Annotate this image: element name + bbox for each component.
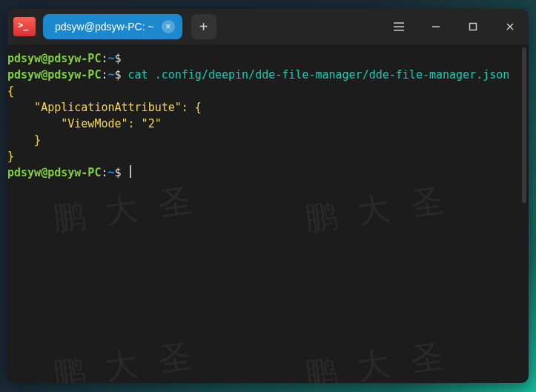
output-line: } bbox=[7, 148, 529, 165]
window-controls bbox=[380, 9, 529, 44]
close-button[interactable] bbox=[492, 9, 529, 44]
prompt-line: pdsyw@pdsyw-PC:~$ bbox=[7, 165, 529, 181]
maximize-button[interactable] bbox=[454, 9, 492, 44]
prompt-cwd: ~ bbox=[107, 52, 114, 65]
command-text: cat .config/deepin/dde-file-manager/dde-… bbox=[128, 68, 510, 82]
scrollbar-thumb[interactable] bbox=[522, 47, 526, 203]
prompt-line: pdsyw@pdsyw-PC:~$ bbox=[7, 50, 529, 67]
tab-title: pdsyw@pdsyw-PC: ~ bbox=[55, 21, 154, 33]
new-tab-button[interactable]: + bbox=[191, 14, 216, 39]
text-cursor bbox=[130, 165, 131, 178]
prompt-userhost: pdsyw@pdsyw-PC bbox=[7, 68, 101, 82]
output-line: { bbox=[7, 83, 529, 99]
output-line: } bbox=[7, 132, 529, 148]
watermark: 鹏大圣 bbox=[304, 345, 465, 383]
prompt-userhost: pdsyw@pdsyw-PC bbox=[7, 166, 101, 179]
prompt-userhost: pdsyw@pdsyw-PC bbox=[7, 52, 101, 65]
app-icon bbox=[13, 17, 36, 36]
menu-button[interactable] bbox=[380, 9, 417, 44]
prompt-cwd: ~ bbox=[107, 68, 114, 82]
prompt-symbol: $ bbox=[115, 68, 122, 82]
prompt-symbol: $ bbox=[115, 166, 122, 179]
tab-close-button[interactable]: × bbox=[162, 20, 175, 33]
terminal-body[interactable]: 鹏大圣 鹏大圣 鹏大圣 鹏大圣 pdsyw@pdsyw-PC:~$ pdsyw@… bbox=[7, 44, 529, 383]
output-line: "ApplicationAttribute": { bbox=[7, 99, 529, 116]
prompt-line: pdsyw@pdsyw-PC:~$ cat .config/deepin/dde… bbox=[7, 67, 529, 83]
terminal-window: pdsyw@pdsyw-PC: ~ × + 鹏大圣 鹏大圣 鹏大圣 鹏大圣 pd… bbox=[7, 9, 529, 383]
watermark: 鹏大圣 bbox=[304, 189, 465, 227]
output-line: "ViewMode": "2" bbox=[7, 116, 529, 132]
watermark: 鹏大圣 bbox=[52, 345, 213, 383]
prompt-cwd: ~ bbox=[107, 166, 114, 179]
prompt-symbol: $ bbox=[115, 52, 122, 65]
watermark: 鹏大圣 bbox=[52, 189, 213, 227]
minimize-button[interactable] bbox=[417, 9, 454, 44]
svg-rect-0 bbox=[470, 24, 477, 30]
title-bar: pdsyw@pdsyw-PC: ~ × + bbox=[7, 9, 529, 44]
tab-active[interactable]: pdsyw@pdsyw-PC: ~ × bbox=[43, 14, 182, 39]
